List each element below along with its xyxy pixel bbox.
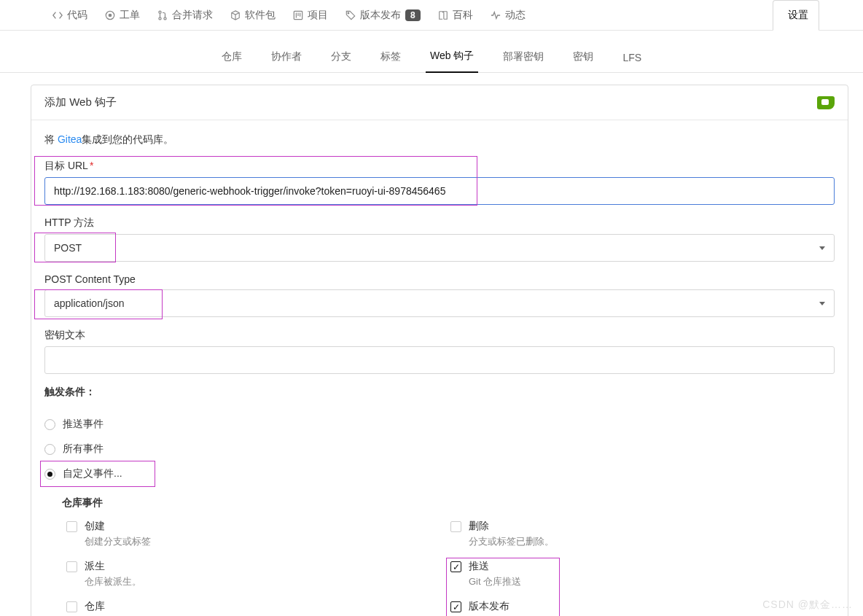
webhook-panel: 添加 Web 钩子 将 Gitea集成到您的代码库。 目标 URL* HTTP … bbox=[31, 85, 848, 616]
subtab-deploy-keys[interactable]: 部署密钥 bbox=[499, 42, 548, 72]
http-method-select[interactable]: POST bbox=[44, 234, 835, 262]
git-pull-icon bbox=[157, 10, 168, 20]
event-repo[interactable]: 仓库创建或删除仓库 bbox=[66, 600, 450, 616]
svg-point-6 bbox=[348, 12, 349, 14]
settings-subtabs: 仓库 协作者 分支 标签 Web 钩子 部署密钥 密钥 LFS bbox=[0, 31, 863, 73]
watermark-text: CSDN @默金…… bbox=[762, 599, 853, 612]
event-release-title: 版本发布 bbox=[469, 600, 573, 613]
trigger-custom-label: 自定义事件... bbox=[63, 467, 122, 480]
intro-text: 将 Gitea集成到您的代码库。 bbox=[44, 133, 835, 147]
tab-releases[interactable]: 版本发布 8 bbox=[337, 0, 429, 31]
checkbox-icon bbox=[66, 521, 77, 532]
event-delete-title: 删除 bbox=[469, 520, 554, 533]
panel-title: 添加 Web 钩子 bbox=[44, 95, 117, 109]
intro-prefix: 将 bbox=[44, 133, 58, 145]
tab-settings[interactable]: 设置 bbox=[773, 0, 819, 31]
subtab-tags[interactable]: 标签 bbox=[376, 42, 405, 72]
repo-events-heading: 仓库事件 bbox=[62, 496, 835, 510]
pulse-icon bbox=[491, 10, 501, 20]
package-icon bbox=[230, 10, 241, 20]
project-icon bbox=[293, 10, 303, 20]
tab-projects-label: 项目 bbox=[308, 9, 328, 22]
intro-suffix: 集成到您的代码库。 bbox=[82, 133, 173, 145]
checkbox-icon bbox=[450, 521, 461, 532]
subtab-repo[interactable]: 仓库 bbox=[217, 42, 246, 72]
trigger-heading: 触发条件： bbox=[44, 386, 835, 399]
tab-activity-label: 动态 bbox=[505, 9, 526, 22]
tab-issues-label: 工单 bbox=[120, 9, 140, 22]
tab-settings-label: 设置 bbox=[788, 9, 808, 22]
checkbox-icon bbox=[66, 561, 77, 572]
trigger-push-label: 推送事件 bbox=[63, 418, 104, 431]
http-method-value: POST bbox=[54, 242, 82, 254]
http-method-label: HTTP 方法 bbox=[44, 217, 835, 230]
subtab-lfs[interactable]: LFS bbox=[618, 43, 646, 72]
radio-icon bbox=[44, 419, 55, 430]
content-type-label: POST Content Type bbox=[44, 273, 835, 285]
content-type-value: application/json bbox=[54, 297, 125, 309]
subtab-branches[interactable]: 分支 bbox=[327, 42, 356, 72]
tab-issues[interactable]: 工单 bbox=[96, 0, 149, 31]
subtab-collaborators[interactable]: 协作者 bbox=[267, 42, 306, 72]
event-push-title: 推送 bbox=[469, 560, 521, 573]
tab-wiki[interactable]: 百科 bbox=[429, 0, 482, 31]
chevron-down-icon bbox=[819, 302, 825, 305]
repo-tab-bar: 代码 工单 合并请求 软件包 项目 版本发布 8 百科 动态 设置 bbox=[0, 0, 863, 31]
tab-packages[interactable]: 软件包 bbox=[222, 0, 284, 31]
issue-icon bbox=[105, 10, 115, 20]
event-delete-desc: 分支或标签已删除。 bbox=[469, 535, 554, 548]
trigger-custom-radio[interactable]: 自定义事件... bbox=[44, 461, 835, 486]
tab-activity[interactable]: 动态 bbox=[482, 0, 534, 31]
radio-icon bbox=[44, 444, 55, 455]
checkbox-icon bbox=[450, 561, 461, 572]
event-delete[interactable]: 删除分支或标签已删除。 bbox=[450, 520, 835, 548]
event-fork-title: 派生 bbox=[85, 560, 141, 573]
tab-pulls-label: 合并请求 bbox=[172, 9, 213, 22]
svg-point-4 bbox=[164, 17, 166, 19]
tab-wiki-label: 百科 bbox=[453, 9, 473, 22]
subtab-secrets[interactable]: 密钥 bbox=[569, 42, 598, 72]
tag-icon bbox=[345, 10, 356, 20]
event-create-title: 创建 bbox=[85, 520, 151, 533]
content-type-select[interactable]: application/json bbox=[44, 289, 835, 317]
event-push[interactable]: 推送Git 仓库推送 bbox=[450, 560, 835, 588]
subtab-webhooks[interactable]: Web 钩子 bbox=[426, 41, 478, 73]
event-push-desc: Git 仓库推送 bbox=[469, 575, 521, 588]
tab-code[interactable]: 代码 bbox=[44, 0, 96, 31]
code-icon bbox=[52, 10, 63, 20]
tab-packages-label: 软件包 bbox=[245, 9, 276, 22]
secret-label: 密钥文本 bbox=[44, 329, 835, 342]
trigger-all-label: 所有事件 bbox=[63, 442, 104, 456]
event-fork[interactable]: 派生仓库被派生。 bbox=[66, 560, 450, 588]
chevron-down-icon bbox=[819, 246, 825, 250]
event-create[interactable]: 创建创建分支或标签 bbox=[66, 520, 450, 548]
gitea-logo-icon bbox=[817, 96, 835, 109]
tab-projects[interactable]: 项目 bbox=[284, 0, 337, 31]
event-create-desc: 创建分支或标签 bbox=[85, 535, 151, 548]
svg-point-1 bbox=[109, 14, 112, 17]
event-fork-desc: 仓库被派生。 bbox=[85, 575, 141, 588]
checkbox-icon bbox=[450, 601, 461, 612]
trigger-all-radio[interactable]: 所有事件 bbox=[44, 437, 835, 461]
gitea-link[interactable]: Gitea bbox=[58, 133, 82, 145]
book-icon bbox=[438, 10, 448, 20]
url-label: 目标 URL* bbox=[44, 160, 835, 173]
tab-releases-label: 版本发布 bbox=[360, 9, 401, 22]
secret-input[interactable] bbox=[44, 346, 835, 374]
tab-pulls[interactable]: 合并请求 bbox=[149, 0, 222, 31]
checkbox-icon bbox=[66, 601, 77, 612]
radio-icon bbox=[44, 469, 55, 480]
svg-point-3 bbox=[159, 17, 161, 19]
tab-code-label: 代码 bbox=[67, 9, 87, 22]
releases-count-badge: 8 bbox=[405, 9, 421, 21]
event-repo-title: 仓库 bbox=[85, 600, 151, 613]
trigger-push-radio[interactable]: 推送事件 bbox=[44, 412, 835, 437]
svg-point-2 bbox=[159, 11, 161, 13]
target-url-input[interactable] bbox=[44, 177, 835, 205]
